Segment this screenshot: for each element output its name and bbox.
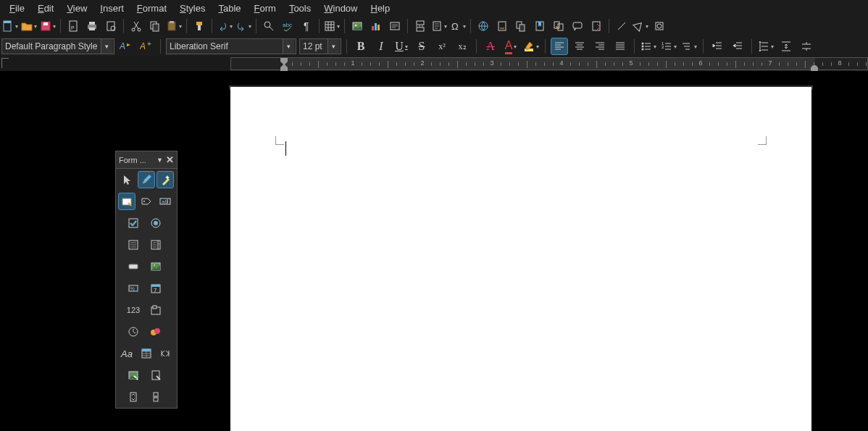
scrollbar-control[interactable]: [147, 388, 164, 406]
menu-form[interactable]: Form: [248, 1, 283, 15]
document-page[interactable]: [230, 87, 811, 431]
strikethrough-button[interactable]: S: [413, 38, 430, 55]
new-button[interactable]: [1, 17, 19, 35]
font-name-combo[interactable]: ▾: [166, 38, 296, 54]
justify-button[interactable]: [612, 38, 629, 55]
font-name-dropdown[interactable]: ▾: [283, 39, 294, 54]
menu-tools[interactable]: Tools: [283, 1, 317, 15]
paragraph-style-combo[interactable]: ▾: [1, 38, 114, 54]
clone-formatting-button[interactable]: [191, 17, 208, 35]
checkbox-control[interactable]: [125, 214, 142, 232]
print-preview-button[interactable]: [102, 17, 120, 35]
menu-styles[interactable]: Styles: [173, 1, 212, 15]
export-pdf-button[interactable]: P: [64, 17, 82, 35]
footnote-button[interactable]: [493, 17, 511, 35]
menu-window[interactable]: Window: [317, 1, 364, 15]
form-design-button[interactable]: [118, 193, 135, 210]
align-right-button[interactable]: [591, 38, 609, 55]
clear-formatting-button[interactable]: A: [482, 38, 499, 55]
table-button[interactable]: [323, 17, 341, 35]
font-name-input[interactable]: [167, 41, 283, 51]
subscript-button[interactable]: x₂: [454, 38, 471, 55]
highlight-button[interactable]: [522, 38, 540, 55]
select-tool[interactable]: [118, 171, 135, 188]
paragraph-style-input[interactable]: [2, 41, 101, 51]
comment-button[interactable]: [569, 17, 586, 35]
special-char-button[interactable]: Ω: [449, 17, 467, 35]
align-left-button[interactable]: [551, 38, 568, 55]
groupbox-control[interactable]: [147, 301, 164, 319]
page-break-button[interactable]: [412, 17, 429, 35]
image-control[interactable]: [125, 367, 142, 384]
date-field-control[interactable]: 7: [147, 280, 164, 297]
navigation-bar-control[interactable]: [157, 345, 174, 362]
copy-button[interactable]: [146, 17, 164, 35]
hyperlink-button[interactable]: [475, 17, 492, 35]
endnote-button[interactable]: [512, 17, 530, 35]
pushbutton-control[interactable]: [125, 258, 142, 275]
track-changes-button[interactable]: [588, 17, 605, 35]
design-mode-button[interactable]: [138, 171, 155, 188]
paste-button[interactable]: [165, 17, 183, 35]
insert-image-button[interactable]: [349, 17, 366, 35]
radiobutton-control[interactable]: [147, 214, 164, 232]
numbered-list-button[interactable]: 12: [660, 38, 677, 55]
font-size-dropdown[interactable]: ▾: [327, 39, 339, 54]
font-size-input[interactable]: [300, 41, 327, 51]
superscript-button[interactable]: x²: [433, 38, 451, 55]
form-toolbar-close-button[interactable]: ✕: [166, 154, 174, 165]
menu-table[interactable]: Table: [212, 1, 247, 15]
cut-button[interactable]: [128, 17, 145, 35]
line-spacing-button[interactable]: [757, 38, 775, 55]
imagebutton-control[interactable]: [147, 258, 164, 275]
form-controls-toolbar[interactable]: Form ... ▼ ✕ ab % 7 123 Aa: [115, 151, 178, 409]
new-style-button[interactable]: A+: [138, 38, 155, 55]
formatting-marks-button[interactable]: ¶: [298, 17, 315, 35]
outline-list-button[interactable]: [680, 38, 698, 55]
update-style-button[interactable]: A: [117, 38, 135, 55]
file-selection-control[interactable]: [147, 367, 164, 384]
insert-field-button[interactable]: [430, 17, 448, 35]
menu-view[interactable]: View: [60, 1, 93, 15]
print-button[interactable]: [83, 17, 101, 35]
menu-file[interactable]: File: [3, 1, 31, 15]
bold-button[interactable]: B: [352, 38, 370, 55]
time-field-control[interactable]: [125, 323, 142, 340]
basic-shapes-button[interactable]: [632, 17, 649, 35]
increase-indent-button[interactable]: [709, 38, 726, 55]
numeric-field-control[interactable]: 123: [125, 301, 142, 319]
find-replace-button[interactable]: [260, 17, 277, 35]
insert-textbox-button[interactable]: [386, 17, 404, 35]
underline-button[interactable]: U: [393, 38, 410, 55]
bullet-list-button[interactable]: [640, 38, 657, 55]
spinbutton-control[interactable]: [125, 388, 142, 406]
draw-functions-button[interactable]: [651, 17, 668, 35]
cross-reference-button[interactable]: [550, 17, 567, 35]
bookmark-button[interactable]: [531, 17, 548, 35]
menu-format[interactable]: Format: [130, 1, 173, 15]
listbox-control[interactable]: [125, 236, 142, 254]
line-button[interactable]: [613, 17, 630, 35]
form-toolbar-titlebar[interactable]: Form ... ▼ ✕: [116, 151, 177, 169]
decrease-spacing-button[interactable]: [798, 38, 815, 55]
insert-chart-button[interactable]: [367, 17, 385, 35]
open-button[interactable]: [20, 17, 38, 35]
italic-button[interactable]: I: [372, 38, 390, 55]
textbox-control[interactable]: ab: [157, 193, 174, 210]
decrease-indent-button[interactable]: [729, 38, 746, 55]
currency-field-control[interactable]: [147, 323, 164, 340]
increase-spacing-button[interactable]: [777, 38, 795, 55]
font-color-button[interactable]: A: [502, 38, 519, 55]
menu-insert[interactable]: Insert: [93, 1, 130, 15]
pattern-field-control[interactable]: Aa: [118, 345, 135, 362]
undo-button[interactable]: [216, 17, 233, 35]
table-control[interactable]: [138, 345, 155, 362]
combobox-control[interactable]: [147, 236, 164, 254]
menu-help[interactable]: Help: [364, 1, 396, 15]
form-toolbar-menu-dropdown[interactable]: ▼: [157, 156, 163, 164]
spellcheck-button[interactable]: abc: [279, 17, 296, 35]
label-control[interactable]: [138, 193, 155, 210]
align-center-button[interactable]: [571, 38, 588, 55]
horizontal-ruler[interactable]: 12345678: [230, 57, 868, 70]
wizards-button[interactable]: [157, 171, 174, 188]
